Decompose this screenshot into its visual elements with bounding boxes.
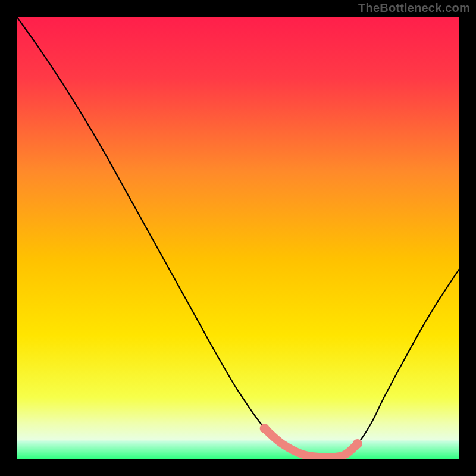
- watermark-text: TheBottleneck.com: [358, 1, 470, 15]
- highlight-dot: [260, 424, 270, 433]
- plot-area: [17, 17, 459, 459]
- gradient-background: [17, 17, 459, 459]
- chart-frame: TheBottleneck.com: [0, 0, 476, 476]
- highlight-dot: [353, 439, 362, 449]
- plot-svg: [17, 17, 459, 459]
